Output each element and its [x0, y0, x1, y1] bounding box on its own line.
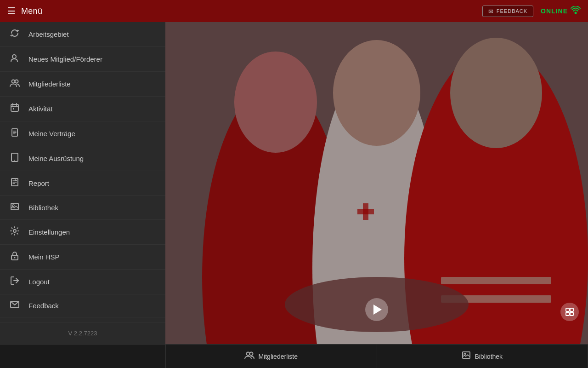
bottom-group-icon [244, 351, 254, 362]
svg-point-44 [250, 352, 253, 356]
bottom-bibliothek[interactable]: Bibliothek [377, 345, 588, 368]
svg-point-21 [13, 230, 16, 232]
header: ☰ Menü ✉ FEEDBACK ONLINE [0, 0, 588, 22]
bottom-bibliothek-label: Bibliothek [475, 353, 503, 360]
mitgliederliste-label: Mitgliederliste [28, 80, 71, 88]
sidebar-item-neues-mitglied[interactable]: Neues Mitglied/Förderer [0, 47, 165, 72]
sidebar-item-aktivitaet[interactable]: Aktivität [0, 97, 165, 121]
sidebar: Arbeitsgebiet Neues Mitglied/Förderer [0, 22, 165, 344]
bottom-mitgliederliste-label: Mitgliederliste [258, 353, 298, 360]
zoom-button[interactable] [560, 303, 579, 321]
svg-rect-4 [11, 104, 18, 111]
svg-point-3 [15, 80, 18, 83]
aktivitaet-label: Aktivität [28, 105, 53, 113]
svg-point-43 [247, 352, 250, 356]
svg-point-14 [14, 160, 15, 161]
svg-rect-41 [566, 312, 569, 316]
report-icon [9, 178, 20, 189]
contract-icon [9, 128, 20, 139]
feedback-header-button[interactable]: ✉ FEEDBACK [482, 6, 533, 17]
gear-icon [9, 226, 20, 238]
bottom-bar: Mitgliederliste Bibliothek [0, 344, 588, 368]
group-icon [9, 78, 20, 90]
svg-rect-38 [165, 22, 588, 344]
lock-icon [9, 251, 20, 263]
calendar-icon [9, 103, 20, 115]
bibliothek-label: Bibliothek [28, 204, 58, 212]
sidebar-item-meine-vertraege[interactable]: Meine Verträge [0, 121, 165, 146]
refresh-icon [9, 29, 20, 40]
svg-rect-8 [13, 108, 14, 109]
sidebar-item-report[interactable]: Report [0, 171, 165, 196]
image-icon [9, 202, 20, 213]
hero-area [165, 22, 588, 344]
version-label: V 2.2.7223 [0, 322, 165, 344]
play-button[interactable] [365, 298, 388, 321]
header-left: ☰ Menü [7, 6, 42, 17]
svg-rect-39 [566, 308, 569, 311]
online-status: ONLINE [541, 6, 581, 16]
sidebar-item-einstellungen[interactable]: Einstellungen [0, 220, 165, 245]
svg-rect-40 [570, 308, 573, 311]
online-label: ONLINE [541, 7, 568, 15]
svg-rect-42 [570, 312, 573, 316]
report-label: Report [28, 179, 49, 187]
tablet-icon [9, 153, 20, 164]
sidebar-item-meine-ausruestung[interactable]: Meine Ausrüstung [0, 146, 165, 171]
envelope-icon: ✉ [488, 8, 494, 15]
sidebar-item-logout[interactable]: Logout [0, 270, 165, 294]
logout-label: Logout [28, 278, 50, 286]
neues-mitglied-label: Neues Mitglied/Förderer [28, 55, 102, 63]
sidebar-item-mitgliederliste[interactable]: Mitgliederliste [0, 72, 165, 97]
svg-rect-19 [11, 203, 18, 210]
sidebar-item-bibliothek[interactable]: Bibliothek [0, 196, 165, 220]
svg-point-2 [12, 80, 15, 83]
bottom-image-icon [462, 351, 471, 362]
sidebar-item-feedback[interactable]: Feedback [0, 294, 165, 317]
mein-hsp-label: Mein HSP [28, 253, 60, 261]
meine-vertraege-label: Meine Verträge [28, 130, 75, 138]
meine-ausruestung-label: Meine Ausrüstung [28, 155, 84, 162]
sidebar-item-mein-hsp[interactable]: Mein HSP [0, 245, 165, 270]
person-add-icon [9, 53, 20, 65]
sidebar-item-arbeitsgebiet[interactable]: Arbeitsgebiet [0, 22, 165, 47]
menu-icon[interactable]: ☰ [7, 6, 16, 17]
svg-point-1 [12, 55, 16, 58]
feedback-header-label: FEEDBACK [497, 8, 527, 14]
svg-rect-45 [463, 352, 470, 358]
feedback-sidebar-label: Feedback [28, 302, 59, 310]
mail-icon [9, 301, 20, 310]
header-title: Menü [21, 6, 42, 16]
bottom-mitgliederliste[interactable]: Mitgliederliste [165, 345, 377, 368]
header-right: ✉ FEEDBACK ONLINE [482, 6, 581, 17]
einstellungen-label: Einstellungen [28, 228, 70, 236]
svg-point-0 [575, 12, 577, 14]
hero-photo [165, 22, 588, 344]
svg-point-23 [14, 257, 16, 259]
logout-icon [9, 276, 20, 288]
arbeitsgebiet-label: Arbeitsgebiet [28, 30, 69, 38]
main-content: Arbeitsgebiet Neues Mitglied/Förderer [0, 22, 588, 344]
wifi-icon [571, 6, 581, 16]
